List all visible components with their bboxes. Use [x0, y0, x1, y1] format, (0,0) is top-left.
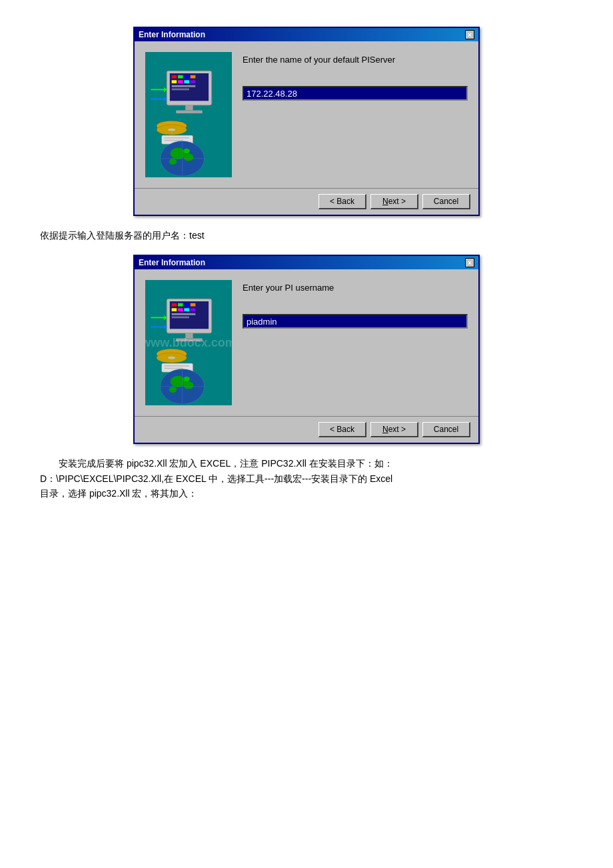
dialog-title-2: Enter Information — [139, 258, 205, 267]
piserver-input[interactable] — [243, 86, 468, 101]
svg-rect-55 — [164, 368, 183, 369]
svg-rect-48 — [176, 339, 202, 342]
svg-rect-3 — [172, 75, 177, 79]
dialog-enter-information-1: Enter Information × — [133, 27, 480, 216]
back-button-1[interactable]: < Back — [318, 194, 366, 209]
svg-rect-4 — [178, 75, 183, 79]
svg-rect-5 — [184, 75, 189, 79]
svg-point-24 — [183, 153, 193, 161]
dialog-right-2: Enter your PI username — [243, 280, 468, 405]
svg-rect-12 — [172, 89, 189, 91]
dialog-content-2: www.bdocx.com Enter your PI username — [135, 269, 478, 416]
svg-rect-9 — [191, 75, 196, 79]
svg-rect-11 — [172, 85, 196, 87]
dialog-right-1: Enter the name of your default PIServer — [243, 52, 468, 177]
dialog-illustration-2: www.bdocx.com — [145, 280, 232, 405]
back-button-2[interactable]: < Back — [318, 422, 366, 437]
svg-point-60 — [183, 377, 189, 382]
svg-rect-39 — [184, 303, 189, 307]
svg-rect-14 — [176, 110, 202, 113]
svg-rect-21 — [164, 140, 183, 141]
svg-rect-8 — [184, 80, 189, 83]
next-button-1[interactable]: NNext >ext > — [370, 194, 418, 209]
svg-rect-41 — [178, 309, 183, 312]
cancel-button-1[interactable]: Cancel — [422, 194, 470, 209]
svg-rect-43 — [191, 303, 196, 307]
svg-rect-6 — [172, 80, 177, 83]
paragraph-2: 安装完成后要将 pipc32.Xll 宏加入 EXCEL，注意 PIPC32.X… — [40, 456, 573, 501]
paragraph-1: 依据提示输入登陆服务器的用户名：test — [40, 228, 573, 243]
dialog-footer-1: < Back NNext >ext > Cancel — [135, 188, 478, 215]
svg-point-18 — [168, 129, 175, 131]
dialog-prompt-2: Enter your PI username — [243, 283, 468, 293]
svg-point-25 — [169, 159, 177, 165]
dialog-body-2: www.bdocx.com Enter your PI username < B… — [135, 269, 478, 443]
svg-rect-7 — [178, 80, 183, 83]
dialog-body-1: Enter the name of your default PIServer … — [135, 41, 478, 215]
dialog-prompt-1: Enter the name of your default PIServer — [243, 55, 468, 65]
svg-rect-40 — [172, 309, 177, 312]
svg-point-57 — [171, 376, 186, 387]
dialog-titlebar-2: Enter Information × — [135, 256, 478, 269]
svg-rect-46 — [172, 317, 189, 319]
dialog-enter-information-2: Enter Information × — [133, 255, 480, 444]
svg-rect-38 — [178, 303, 183, 307]
svg-rect-54 — [164, 365, 189, 367]
close-button-2[interactable]: × — [465, 258, 474, 267]
svg-rect-10 — [191, 80, 196, 83]
svg-rect-13 — [185, 105, 193, 111]
next-button-2[interactable]: Next > — [370, 422, 418, 437]
svg-rect-44 — [191, 309, 196, 312]
svg-rect-37 — [172, 303, 177, 307]
dialog-illustration-1 — [145, 52, 232, 177]
close-button-1[interactable]: × — [465, 30, 474, 39]
cancel-button-2[interactable]: Cancel — [422, 422, 470, 437]
svg-rect-42 — [184, 309, 189, 312]
svg-point-26 — [183, 149, 189, 154]
dialog-content-1: Enter the name of your default PIServer — [135, 41, 478, 188]
svg-rect-47 — [185, 333, 193, 339]
svg-point-52 — [168, 357, 175, 359]
svg-point-58 — [183, 382, 193, 389]
svg-rect-45 — [172, 313, 196, 315]
pi-username-input[interactable] — [243, 314, 468, 329]
dialog-title-1: Enter Information — [139, 30, 205, 39]
svg-rect-20 — [164, 137, 189, 139]
svg-point-59 — [169, 387, 177, 393]
svg-point-23 — [171, 148, 186, 159]
dialog-footer-2: < Back Next > Cancel — [135, 416, 478, 443]
dialog-titlebar-1: Enter Information × — [135, 28, 478, 41]
